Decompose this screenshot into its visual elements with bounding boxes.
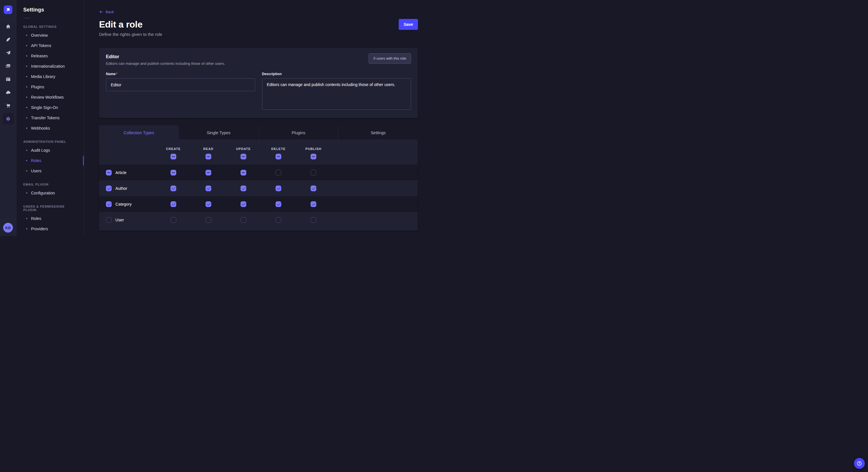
rail-item-content-manager[interactable] (2, 73, 14, 85)
rail-item-marketplace[interactable] (2, 100, 14, 111)
bullet-icon (26, 193, 27, 194)
sidebar-item-media-library[interactable]: Media Library (17, 71, 84, 82)
permission-row-article: Article (99, 165, 418, 180)
rail-item-cloud[interactable] (2, 87, 14, 98)
rail-item-deploy[interactable] (2, 47, 14, 59)
sidebar-item-overview[interactable]: Overview (17, 30, 84, 40)
checkbox-select-all-update[interactable] (241, 154, 246, 160)
settings-subnav: Settings GLOBAL SETTINGSOverviewAPI Toke… (17, 0, 84, 236)
rail-item-content-builder[interactable] (2, 34, 14, 45)
checkbox-select-all-read[interactable] (206, 154, 211, 160)
sidebar-item-label: API Tokens (31, 43, 51, 48)
content-type-label: Author (115, 186, 127, 191)
role-name-input[interactable] (106, 78, 255, 91)
sidebar-item-single-sign-on[interactable]: Single Sign-On (17, 102, 84, 113)
strapi-logo[interactable] (4, 5, 12, 14)
avatar[interactable]: KD (3, 223, 13, 233)
checkbox-article[interactable] (106, 170, 112, 175)
checkbox-select-all-publish[interactable] (311, 154, 316, 160)
permission-row-user: User (99, 212, 418, 228)
checkbox-category-delete[interactable] (276, 201, 281, 207)
row-label-cell: User (99, 217, 156, 223)
checkbox-article-publish[interactable] (311, 170, 316, 175)
page-header: Edit a role Save (99, 19, 418, 30)
sidebar-item-roles[interactable]: Roles (17, 156, 84, 166)
sidebar-item-label: Roles (31, 216, 41, 221)
section-items: OverviewAPI TokensReleasesInternationali… (17, 30, 84, 133)
checkbox-category-publish[interactable] (311, 201, 316, 207)
checkbox-select-all-delete[interactable] (276, 154, 281, 160)
permission-cell (296, 170, 331, 175)
name-field-group: Name* (106, 72, 255, 111)
checkbox-user-delete[interactable] (276, 217, 281, 223)
rail-item-home[interactable] (2, 21, 14, 32)
sidebar-item-releases[interactable]: Releases (17, 51, 84, 61)
sidebar-item-label: Users (31, 169, 42, 173)
sidebar-item-label: Providers (31, 227, 48, 231)
save-button[interactable]: Save (399, 19, 418, 30)
checkbox-article-delete[interactable] (276, 170, 281, 175)
checkbox-author-create[interactable] (170, 186, 176, 191)
sidebar-item-users[interactable]: Users (17, 166, 84, 176)
sidebar-item-internationalization[interactable]: Internationalization (17, 61, 84, 71)
permission-cell (191, 201, 226, 207)
checkbox-user-update[interactable] (241, 217, 246, 223)
checkbox-author-delete[interactable] (276, 186, 281, 191)
permissions-section: Collection TypesSingle TypesPluginsSetti… (99, 125, 418, 231)
sidebar-item-api-tokens[interactable]: API Tokens (17, 40, 84, 51)
tab-plugins[interactable]: Plugins (259, 125, 338, 140)
sidebar-item-review-workflows[interactable]: Review Workflows (17, 92, 84, 102)
checkbox-category-read[interactable] (206, 201, 211, 207)
checkbox-article-update[interactable] (241, 170, 246, 175)
sidebar-item-plugins[interactable]: Plugins (17, 82, 84, 92)
permission-cell (226, 201, 261, 207)
section-label: EMAIL PLUGIN (17, 183, 84, 186)
sidebar-item-roles[interactable]: Roles (17, 213, 84, 224)
tab-settings[interactable]: Settings (338, 125, 418, 140)
back-link[interactable]: Back (99, 10, 114, 14)
checkbox-article-read[interactable] (206, 170, 211, 175)
subnav-section-administration-panel: ADMINISTRATION PANELAudit LogsRolesUsers (17, 140, 84, 176)
sidebar-item-configuration[interactable]: Configuration (17, 188, 84, 198)
main-content: Back Edit a role Save Define the rights … (84, 0, 434, 236)
checkbox-user-read[interactable] (206, 217, 211, 223)
section-label: GLOBAL SETTINGS (17, 25, 84, 28)
checkbox-category[interactable] (106, 201, 112, 207)
checkbox-author-read[interactable] (206, 186, 211, 191)
checkbox-author[interactable] (106, 186, 112, 191)
sidebar-item-audit-logs[interactable]: Audit Logs (17, 145, 84, 156)
permission-cell (156, 186, 191, 191)
subnav-section-email-plugin: EMAIL PLUGINConfiguration (17, 183, 84, 198)
subnav-title-divider (23, 18, 30, 19)
checkbox-user[interactable] (106, 217, 112, 223)
bullet-icon (26, 128, 27, 129)
checkbox-select-all-create[interactable] (170, 154, 176, 160)
tab-collection-types[interactable]: Collection Types (99, 125, 179, 140)
sidebar-item-label: Media Library (31, 74, 55, 79)
permission-cell (261, 201, 296, 207)
sidebar-item-transfer-tokens[interactable]: Transfer Tokens (17, 113, 84, 123)
name-label-text: Name (106, 72, 116, 76)
checkbox-article-create[interactable] (170, 170, 176, 175)
pictures-icon (5, 63, 11, 69)
bullet-icon (26, 150, 27, 151)
checkbox-author-publish[interactable] (311, 186, 316, 191)
checkbox-category-update[interactable] (241, 201, 246, 207)
rail-item-media-library[interactable] (2, 60, 14, 72)
checkbox-user-create[interactable] (170, 217, 176, 223)
permission-cell (226, 186, 261, 191)
role-description-textarea[interactable]: Editors can manage and publish contents … (262, 78, 411, 110)
checkbox-user-publish[interactable] (311, 217, 316, 223)
tab-single-types[interactable]: Single Types (179, 125, 259, 140)
page-subtitle: Define the rights given to the role (99, 32, 418, 37)
sidebar-item-webhooks[interactable]: Webhooks (17, 123, 84, 133)
sidebar-item-providers[interactable]: Providers (17, 224, 84, 234)
users-with-role-button[interactable]: 0 users with this role (369, 53, 411, 64)
rail-item-settings[interactable] (2, 113, 14, 125)
checkbox-category-create[interactable] (170, 201, 176, 207)
bullet-icon (26, 218, 27, 219)
permission-cell (191, 217, 226, 223)
bullet-icon (26, 160, 27, 161)
checkbox-author-update[interactable] (241, 186, 246, 191)
gear-icon (5, 116, 11, 122)
